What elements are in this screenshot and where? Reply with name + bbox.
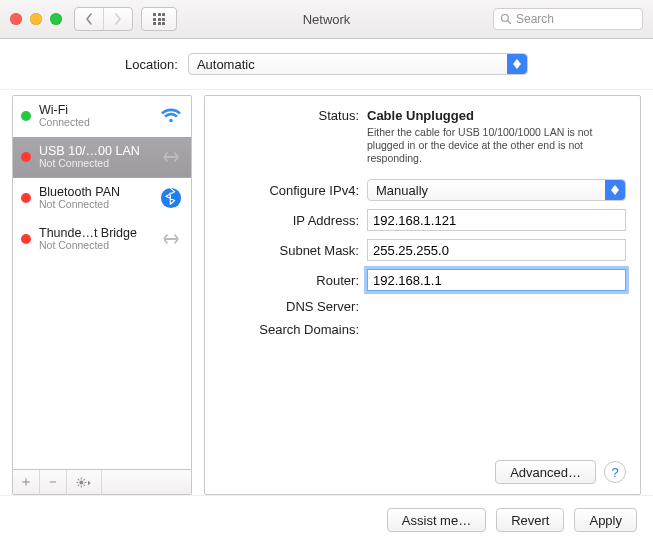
forward-button[interactable]	[103, 8, 132, 30]
svg-line-1	[508, 21, 511, 24]
window-controls	[0, 13, 62, 25]
svg-line-10	[78, 484, 79, 485]
svg-line-8	[78, 479, 79, 480]
status-dot-connected	[21, 111, 31, 121]
revert-button-label: Revert	[511, 513, 549, 528]
dns-server-row: DNS Server:	[219, 299, 626, 314]
revert-button[interactable]: Revert	[496, 508, 564, 532]
location-row: Location: Automatic	[0, 39, 653, 90]
interface-item-usb-lan[interactable]: USB 10/…00 LAN Not Connected	[13, 137, 191, 178]
chevron-right-icon	[114, 13, 122, 25]
network-preferences-window: Network Search Location: Automatic Wi-Fi	[0, 0, 653, 544]
ip-address-input[interactable]	[367, 209, 626, 231]
nav-back-forward	[74, 7, 133, 31]
router-label: Router:	[219, 273, 359, 288]
configure-ipv4-select[interactable]: Manually	[367, 179, 626, 201]
location-label: Location:	[125, 57, 178, 72]
assist-me-button[interactable]: Assist me…	[387, 508, 486, 532]
status-dot-disconnected	[21, 152, 31, 162]
svg-line-9	[84, 484, 85, 485]
search-domains-label: Search Domains:	[219, 322, 359, 337]
configure-ipv4-value: Manually	[376, 183, 428, 198]
details-footer: Advanced… ?	[219, 460, 626, 484]
status-label: Status:	[219, 108, 359, 123]
add-interface-button[interactable]: ＋	[13, 470, 40, 494]
usb-lan-icon	[159, 145, 183, 169]
details-panel: Status: Cable Unplugged Either the cable…	[204, 95, 641, 495]
search-input[interactable]: Search	[493, 8, 643, 30]
svg-line-11	[84, 479, 85, 480]
interfaces-list[interactable]: Wi-Fi Connected USB 10/…00 LAN Not Conne…	[12, 95, 192, 470]
interface-item-wifi[interactable]: Wi-Fi Connected	[13, 96, 191, 137]
grid-icon	[153, 13, 165, 25]
status-dot-disconnected	[21, 193, 31, 203]
search-placeholder: Search	[516, 12, 554, 26]
chevron-left-icon	[85, 13, 93, 25]
interface-status: Not Connected	[39, 199, 155, 210]
advanced-button-label: Advanced…	[510, 465, 581, 480]
minimize-window-button[interactable]	[30, 13, 42, 25]
ip-address-label: IP Address:	[219, 213, 359, 228]
updown-icon	[507, 54, 527, 74]
thunderbolt-bridge-icon	[159, 227, 183, 251]
dns-server-label: DNS Server:	[219, 299, 359, 314]
main-content: Wi-Fi Connected USB 10/…00 LAN Not Conne…	[0, 90, 653, 495]
interface-item-thunderbolt-bridge[interactable]: Thunde…t Bridge Not Connected	[13, 219, 191, 260]
subnet-mask-input[interactable]	[367, 239, 626, 261]
location-select[interactable]: Automatic	[188, 53, 528, 75]
gear-icon	[76, 477, 92, 488]
interface-status: Not Connected	[39, 158, 155, 169]
show-all-button[interactable]	[141, 7, 177, 31]
apply-button[interactable]: Apply	[574, 508, 637, 532]
close-window-button[interactable]	[10, 13, 22, 25]
zoom-window-button[interactable]	[50, 13, 62, 25]
apply-button-label: Apply	[589, 513, 622, 528]
configure-ipv4-label: Configure IPv4:	[219, 183, 359, 198]
interface-status: Connected	[39, 117, 155, 128]
remove-interface-button[interactable]: －	[40, 470, 67, 494]
updown-icon	[605, 180, 625, 200]
configure-ipv4-row: Configure IPv4: Manually	[219, 179, 626, 201]
titlebar: Network Search	[0, 0, 653, 39]
subnet-mask-row: Subnet Mask:	[219, 239, 626, 261]
svg-point-3	[79, 480, 83, 484]
interface-item-bluetooth-pan[interactable]: Bluetooth PAN Not Connected	[13, 178, 191, 219]
search-domains-row: Search Domains:	[219, 322, 626, 337]
help-button[interactable]: ?	[604, 461, 626, 483]
actions-menu-button[interactable]	[67, 470, 102, 494]
router-row: Router:	[219, 269, 626, 291]
interfaces-toolbar: ＋ －	[12, 470, 192, 495]
bluetooth-icon	[159, 186, 183, 210]
interfaces-panel: Wi-Fi Connected USB 10/…00 LAN Not Conne…	[12, 95, 192, 495]
assist-me-label: Assist me…	[402, 513, 471, 528]
ip-address-row: IP Address:	[219, 209, 626, 231]
advanced-button[interactable]: Advanced…	[495, 460, 596, 484]
status-description: Either the cable for USB 10/100/1000 LAN…	[367, 126, 626, 165]
location-value: Automatic	[197, 57, 255, 72]
router-input[interactable]	[367, 269, 626, 291]
subnet-mask-label: Subnet Mask:	[219, 243, 359, 258]
status-value: Cable Unplugged	[367, 108, 626, 123]
wifi-icon	[159, 104, 183, 128]
status-row: Status: Cable Unplugged Either the cable…	[219, 108, 626, 165]
window-footer: Assist me… Revert Apply	[0, 495, 653, 544]
status-dot-disconnected	[21, 234, 31, 244]
back-button[interactable]	[75, 8, 103, 30]
interface-status: Not Connected	[39, 240, 155, 251]
search-icon	[500, 13, 512, 25]
svg-point-2	[161, 188, 181, 208]
